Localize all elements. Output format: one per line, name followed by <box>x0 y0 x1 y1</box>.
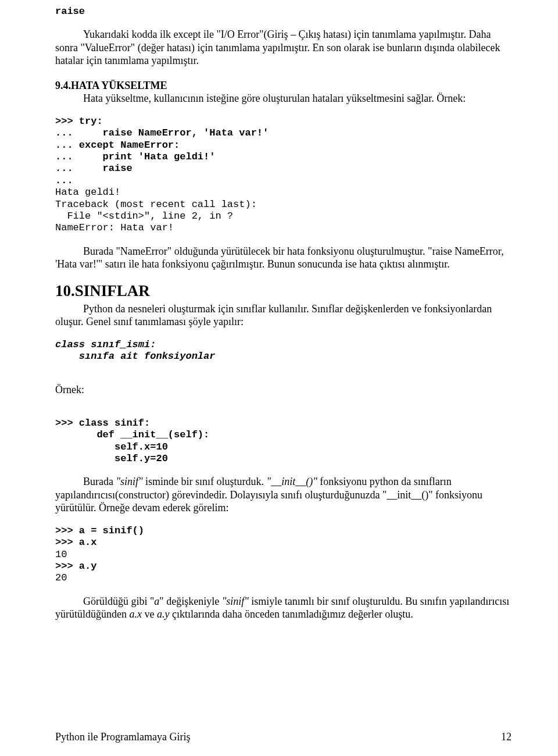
text-italic: a.x <box>130 608 142 620</box>
code-block-instance-b: >>> a.y <box>55 561 512 572</box>
text-italic: "sinif" <box>222 595 249 607</box>
document-page: raise Yukarıdaki kodda ilk except ile "I… <box>0 0 558 756</box>
text-italic: "__init__()" <box>267 476 317 487</box>
paragraph-p10c: Görüldüğü gibi "a" değişkeniyle "sinif" … <box>55 595 512 621</box>
code-block-instance-a: >>> a = sinif() >>> a.x <box>55 525 512 549</box>
paragraph-p10b: Burada "sinif" isminde bir sınıf oluştur… <box>55 475 512 515</box>
code-output-10: 10 <box>55 549 512 561</box>
text: Görüldüğü gibi " <box>83 595 154 607</box>
paragraph-p10a: Python da nesneleri oluşturmak için sını… <box>55 302 512 329</box>
paragraph-p94: Hata yükseltme, kullanıcının isteğine gö… <box>55 92 512 105</box>
page-number: 12 <box>501 730 512 744</box>
text-italic: "sinif" <box>116 476 142 487</box>
text-italic: a.y <box>157 608 170 620</box>
paragraph-p1: Yukarıdaki kodda ilk except ile "I/O Err… <box>55 28 512 67</box>
footer-title: Python ile Programlamaya Giriş <box>55 731 190 743</box>
label-ornek: Örnek: <box>55 383 512 397</box>
code-block-94a: >>> try: ... raise NameError, 'Hata var!… <box>55 116 512 187</box>
code-block-sinif: >>> class sinif: def __init__(self): sel… <box>55 418 512 465</box>
code-output-20: 20 <box>55 572 512 584</box>
code-output-94b: Hata geldi! Traceback (most recent call … <box>55 187 512 234</box>
text-italic: a <box>154 595 159 607</box>
page-footer: Python ile Programlamaya Giriş 12 <box>55 730 512 744</box>
text: ve <box>142 608 157 620</box>
section-9-4-title: 9.4.HATA YÜKSELTME <box>55 79 512 92</box>
code-raise: raise <box>55 6 512 17</box>
code-block-class-def: class sınıf_ismi: sınıfa ait fonksiyonla… <box>55 339 512 363</box>
text: çıktılarında daha önceden tanımladığımız… <box>170 608 413 620</box>
text: " değişkeniyle <box>159 595 221 607</box>
text: isminde bir sınıf oluşturduk. <box>143 476 267 487</box>
paragraph-p94b: Burada "NameError" olduğunda yürütülecek… <box>55 245 512 271</box>
chapter-10-title: 10.SINIFLAR <box>55 281 512 301</box>
text: Burada <box>83 476 116 487</box>
